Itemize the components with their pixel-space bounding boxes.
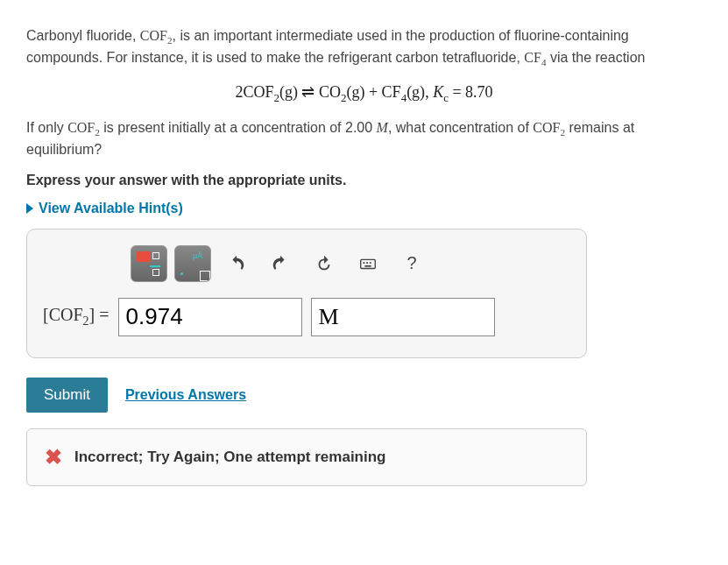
svg-rect-3	[370, 262, 371, 264]
help-icon: ?	[406, 253, 416, 273]
templates-button[interactable]	[131, 245, 167, 282]
chem-cof2: COF2	[67, 120, 100, 135]
chem-cof2: COF2	[140, 28, 173, 43]
reset-button[interactable]	[306, 245, 343, 282]
answer-toolbar: μÅ ?	[131, 245, 570, 282]
chem-cof2: COF2	[533, 120, 565, 135]
answer-value-input[interactable]	[118, 298, 302, 336]
text: via the reaction	[546, 50, 645, 65]
reaction-equation: 2COF2(g) ⇌ CO2(g) + CF4(g), Kc = 8.70	[26, 82, 702, 105]
svg-rect-1	[364, 262, 365, 264]
answer-row: [COF2] =	[43, 298, 570, 336]
feedback-text: Incorrect; Try Again; One attempt remain…	[74, 448, 386, 466]
answer-label: [COF2] =	[43, 305, 110, 328]
previous-answers-link[interactable]: Previous Answers	[125, 387, 246, 403]
incorrect-x-icon: ✖	[45, 445, 62, 470]
help-button[interactable]: ?	[393, 245, 430, 282]
undo-button[interactable]	[218, 245, 255, 282]
chem-cf4: CF4	[524, 50, 546, 65]
hints-toggle[interactable]: View Available Hint(s)	[26, 201, 702, 216]
svg-rect-0	[361, 259, 376, 268]
submit-row: Submit Previous Answers	[26, 378, 702, 413]
text: Carbonyl fluoride,	[26, 28, 140, 43]
svg-rect-2	[366, 262, 368, 264]
undo-icon	[227, 254, 246, 273]
instruction-text: Express your answer with the appropriate…	[26, 173, 702, 188]
keyboard-icon	[358, 254, 378, 273]
submit-button[interactable]: Submit	[26, 378, 108, 413]
units-button[interactable]: μÅ	[174, 245, 211, 282]
svg-rect-4	[364, 265, 371, 266]
problem-paragraph-1: Carbonyl fluoride, COF2, is an important…	[26, 26, 702, 70]
triangle-right-icon	[26, 203, 33, 214]
feedback-box: ✖ Incorrect; Try Again; One attempt rema…	[26, 428, 587, 486]
redo-icon	[271, 254, 290, 273]
problem-paragraph-2: If only COF2 is present initially at a c…	[26, 118, 702, 159]
answer-unit-input[interactable]	[311, 298, 495, 336]
reset-icon	[315, 254, 334, 273]
answer-box: μÅ ? [COF2] =	[26, 229, 587, 358]
hints-label: View Available Hint(s)	[39, 201, 183, 216]
keyboard-button[interactable]	[350, 245, 386, 282]
redo-button[interactable]	[262, 245, 299, 282]
